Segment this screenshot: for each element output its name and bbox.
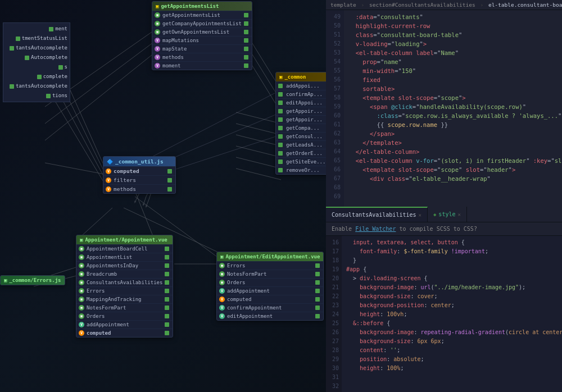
code-line: height: 100vh; [346, 310, 562, 319]
left-item: tantsAutocomplete [6, 81, 67, 91]
line-numbers: 49505152 53545556 57585960 61626364 6566… [326, 10, 344, 207]
code-line: :class="scope.row.is_always_available ? … [348, 111, 562, 120]
node-appointment-vue: ▣ Appointment/Appointment.vue ▣ Appointm… [76, 235, 173, 338]
svg-line-21 [236, 146, 281, 157]
node-item: ▣ AppointmentsInDay [76, 261, 173, 270]
left-items-panel: ment tmentStatusList tantsAutocomplete A… [3, 22, 70, 102]
code-line: background-position: center; [346, 301, 562, 310]
breadcrumb-item: template [330, 2, 356, 8]
code-line: </template> [348, 138, 562, 147]
code-line: fixed [348, 75, 562, 84]
code-line: sortable> [348, 84, 562, 93]
node-item: ▣ getOwnAppointmentsList [152, 28, 252, 36]
code-line: content: ''; [346, 346, 562, 355]
breadcrumb-item: section#ConsultantsAvailabilities [369, 2, 475, 8]
code-line: #app { [346, 265, 562, 274]
node-item: V mapMutations [152, 36, 252, 44]
node-item: V mapState [152, 44, 252, 53]
node-header: 🔷 _common_util.js [103, 157, 175, 166]
node-item: V computed [76, 329, 173, 337]
code-line: <div class="el-table__header-wrap" [348, 174, 562, 183]
node-item: V computed [217, 295, 323, 303]
file-watcher-link[interactable]: File Watcher [355, 226, 396, 232]
code-line: :data="consultants" [348, 12, 562, 21]
svg-line-20 [236, 135, 281, 146]
node-item: V moment [152, 61, 252, 70]
node-item: ▣ MappingAndTracking [76, 295, 173, 303]
bottom-code-area: 16171819 20212223 24252627 2829303132 in… [326, 236, 562, 392]
node-item-computed: V computed [103, 166, 175, 175]
left-item: Autocomplete [6, 53, 67, 62]
bottom-code-content: input, textarea, select, button { font-f… [342, 238, 562, 373]
breadcrumb-bar: template › section#ConsultantsAvailabili… [326, 0, 562, 10]
code-line: </span> [348, 129, 562, 138]
code-line: {{ scope.row.name }} [348, 120, 562, 129]
left-items-list: ment tmentStatusList tantsAutocomplete A… [3, 22, 70, 102]
bottom-tabs: ConsultantsAvailabilities ✕ ◈ style ✕ [326, 207, 562, 222]
tab-style[interactable]: ◈ style ✕ [428, 207, 467, 222]
code-line: <template slot-scope="scope"> [348, 93, 562, 102]
notification-text-2: to compile SCSS to CSS? [399, 226, 477, 232]
node-item: ▣ getAppointmentsList [152, 11, 252, 19]
code-area: 49505152 53545556 57585960 61626364 6566… [326, 10, 562, 207]
tab-consultants-availabilities[interactable]: ConsultantsAvailabilities ✕ [326, 207, 428, 222]
code-line: <span @click="handleAvailability(scope.r… [348, 102, 562, 111]
node-item: V confirmAppointment [217, 303, 323, 312]
node-errors: ▣ _common/Errors.js [0, 275, 65, 285]
left-item: tmentStatusList [6, 34, 67, 43]
node-item: ▣ Orders [217, 278, 323, 286]
node-item: ▣ ConsultantsAvailabilities [76, 278, 173, 286]
node-common-util: 🔷 _common_util.js V computed V filters V… [103, 156, 176, 194]
left-item: tions [6, 91, 67, 101]
svg-line-24 [135, 90, 281, 166]
node-item: ▣ getCompanyAppointmentsList [152, 19, 252, 28]
node-item: V addAppointment [76, 320, 173, 329]
notification-text: Enable [332, 226, 355, 232]
node-item: ▣ NotesFormPart [217, 270, 323, 278]
node-item: ▣ AppointmentBoardCell [76, 244, 173, 253]
bottom-line-numbers: 16171819 20212223 24252627 2829303132 [326, 236, 342, 392]
left-item: tantsAutocomplete [6, 43, 67, 53]
code-line: background-image: repeating-radial-gradi… [346, 328, 562, 337]
node-item: ▣ Orders [76, 312, 173, 320]
node-header: ▣ Appointment/Appointment.vue [76, 235, 173, 244]
code-line: height: 100%; [346, 364, 562, 373]
breadcrumb-item-active: el-table.consultant-board-table [488, 2, 562, 8]
code-line: &::before { [346, 319, 562, 328]
code-line: > div.loading-screen { [346, 274, 562, 283]
code-line: position: absolute; [346, 355, 562, 364]
code-line: highlight-current-row [348, 21, 562, 30]
node-edit-appointment: ▣ Appointment/EditAppointment.vue ▣ Erro… [216, 252, 324, 321]
node-item: ▣ AppointmentList [76, 253, 173, 261]
svg-line-15 [45, 163, 104, 174]
tab-close-icon[interactable]: ✕ [419, 212, 422, 218]
code-line: v-loading="loading"> [348, 39, 562, 48]
tab-close-icon[interactable]: ✕ [457, 212, 460, 217]
node-header: ▣ _common/Errors.js [1, 276, 65, 285]
code-line: background-image: url("../img/header-ima… [346, 283, 562, 292]
code-line: <el-table-column v-for="(slot, i) in fir… [348, 156, 562, 165]
svg-line-22 [236, 157, 281, 168]
svg-line-13 [81, 208, 112, 236]
code-content: :data="consultants" highlight-current-ro… [344, 12, 562, 207]
svg-line-19 [236, 124, 281, 135]
code-line: </el-table-column> [348, 147, 562, 156]
code-line: <template slot-scope="scope" slot="heade… [348, 165, 562, 174]
code-line: } [346, 256, 562, 265]
code-line: input, textarea, select, button { [346, 238, 562, 247]
node-item: V addAppointment [217, 286, 323, 295]
node-header: ▣ getAppointmentsList [152, 2, 252, 11]
notification-bar: Enable File Watcher to compile SCSS to C… [326, 222, 562, 236]
node-item-methods: V methods [103, 184, 175, 193]
node-item: ▣ Errors [217, 261, 323, 270]
left-item: complete [6, 72, 67, 81]
code-line: font-family: $-font-family !important; [346, 247, 562, 256]
node-item: V methods [152, 53, 252, 61]
left-item: s [6, 62, 67, 72]
code-line: prop="name" [348, 57, 562, 66]
node-appointments-list: ▣ getAppointmentsList ▣ getAppointmentsL… [152, 1, 252, 70]
node-header: ▣ Appointment/EditAppointment.vue [217, 252, 323, 261]
code-line: background-size: cover; [346, 292, 562, 301]
code-editor-top: template › section#ConsultantsAvailabili… [326, 0, 562, 207]
node-item-filters: V filters [103, 175, 175, 184]
